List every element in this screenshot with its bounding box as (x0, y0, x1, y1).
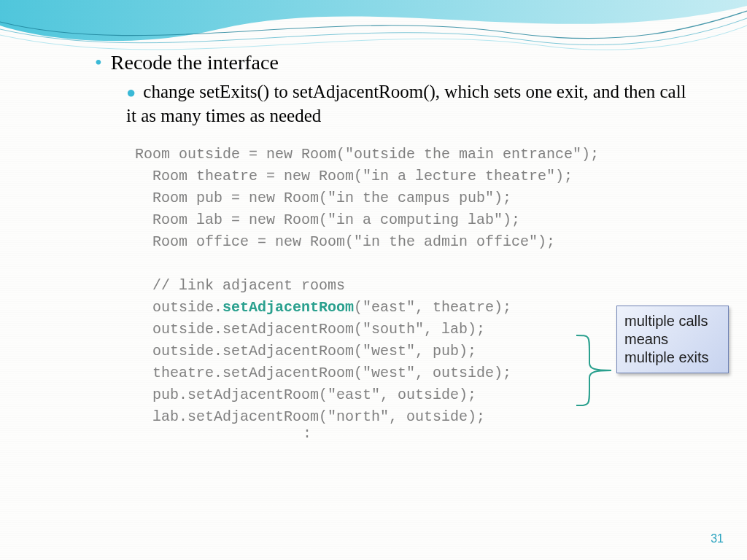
bullet-level2-text: change setExits() to setAdjacentRoom(), … (126, 82, 686, 125)
code-block: Room outside = new Room("outside the mai… (135, 144, 747, 428)
bullet-disc-icon: ● (126, 83, 136, 101)
code-highlight: setAdjacentRoom (222, 299, 354, 316)
callout-text: multiple calls means multiple exits (624, 313, 709, 365)
code-line: Room outside = new Room("outside the mai… (135, 146, 599, 163)
bullet-disc-icon: • (95, 51, 102, 74)
page-number: 31 (711, 532, 724, 545)
code-line: outside.setAdjacentRoom("west", pub); (135, 343, 476, 359)
bullet-level2: ●change setExits() to setAdjacentRoom(),… (126, 80, 688, 128)
code-line: Room lab = new Room("in a computing lab"… (135, 211, 520, 228)
bullet-level1: •Recode the interface (95, 51, 747, 74)
code-line: Room office = new Room("in the admin off… (135, 233, 555, 250)
code-line: lab.setAdjacentRoom("north", outside); (135, 408, 485, 425)
code-line-suffix: ("east", theatre); (354, 299, 511, 316)
code-line: Room pub = new Room("in the campus pub")… (135, 190, 511, 206)
slide-content: •Recode the interface ●change setExits()… (0, 51, 747, 442)
code-line-prefix: outside. (135, 299, 222, 316)
code-line: pub.setAdjacentRoom("east", outside); (135, 386, 476, 403)
code-line: outside.setAdjacentRoom("south", lab); (135, 321, 485, 338)
callout-bracket-icon (575, 334, 615, 407)
code-line: // link adjacent rooms (135, 277, 345, 294)
bullet-level1-text: Recode the interface (111, 51, 279, 74)
code-line: Room theatre = new Room("in a lecture th… (135, 168, 573, 184)
callout-box: multiple calls means multiple exits (616, 306, 729, 373)
code-line: theatre.setAdjacentRoom("west", outside)… (135, 365, 511, 381)
